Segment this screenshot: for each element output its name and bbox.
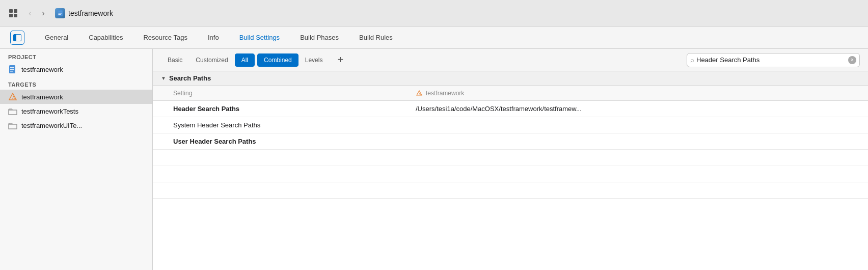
setting-header-search-paths: Header Search Paths (161, 105, 416, 113)
section-label: Search Paths (169, 74, 211, 82)
column-headers: Setting A testframework (153, 86, 868, 101)
table-row[interactable]: User Header Search Paths (153, 133, 868, 150)
main-content: PROJECT testframework TARGETS A t (0, 49, 868, 270)
sidebar-item-testframeworktests[interactable]: testframeworkTests (0, 104, 152, 118)
project-icon (55, 8, 65, 18)
table-row[interactable]: Header Search Paths /Users/tesi1a/code/M… (153, 101, 868, 117)
project-section-header: PROJECT (0, 49, 152, 62)
setting-system-header-search-paths: System Header Search Paths (161, 121, 416, 129)
search-input[interactable] (696, 56, 846, 64)
nav-back-button[interactable]: ‹ (24, 8, 36, 19)
content-area: Basic Customized All Combined Levels + ⌕… (153, 49, 868, 270)
value-header-search-paths: /Users/tesi1a/code/MacOSX/testframework/… (416, 105, 860, 113)
svg-rect-1 (59, 12, 62, 12)
col-target-icon: A (416, 90, 423, 97)
tab-general[interactable]: General (35, 26, 78, 49)
empty-row-1 (153, 150, 868, 166)
filter-combined-button[interactable]: Combined (257, 53, 299, 67)
toolbar-divider (256, 55, 256, 65)
search-icon: ⌕ (690, 56, 694, 64)
empty-row-3 (153, 182, 868, 199)
add-setting-button[interactable]: + (333, 53, 347, 67)
filter-customized-button[interactable]: Customized (189, 53, 234, 67)
target-main-label: testframework (21, 93, 63, 101)
tab-build-phases[interactable]: Build Phases (290, 26, 349, 49)
sidebar-toggle-button[interactable] (10, 31, 24, 45)
target-uitests-label: testframeworkUITe... (21, 122, 82, 129)
svg-rect-2 (59, 13, 62, 13)
svg-text:A: A (419, 92, 421, 95)
svg-rect-3 (59, 14, 61, 15)
project-file-icon (8, 65, 17, 74)
sidebar-toggle-icon (13, 34, 21, 41)
tab-build-settings[interactable]: Build Settings (229, 26, 290, 49)
svg-rect-5 (10, 67, 14, 68)
empty-row-2 (153, 166, 868, 182)
settings-table: ▼ Search Paths Setting A testframework (153, 71, 868, 270)
section-search-paths: ▼ Search Paths (153, 71, 868, 86)
table-row[interactable]: System Header Search Paths (153, 117, 868, 133)
nav-forward-button[interactable]: › (38, 8, 49, 19)
project-name-label: testframework (68, 9, 113, 17)
tab-info[interactable]: Info (198, 26, 229, 49)
col-setting-header: Setting (161, 90, 416, 97)
sidebar-item-testframeworkuitests[interactable]: testframeworkUITe... (0, 118, 152, 132)
svg-text:A: A (12, 96, 15, 99)
titlebar: ‹ › testframework (0, 0, 868, 26)
tab-capabilities[interactable]: Capabilities (78, 26, 133, 49)
filter-levels-button[interactable]: Levels (299, 53, 330, 67)
filter-basic-button[interactable]: Basic (161, 53, 189, 67)
nav-controls: ‹ › (24, 8, 49, 19)
svg-rect-6 (10, 69, 14, 70)
grid-icon[interactable] (8, 8, 18, 18)
target-tests-icon (8, 106, 17, 116)
setting-user-header-search-paths: User Header Search Paths (161, 138, 416, 145)
targets-section-header: TARGETS (0, 76, 152, 90)
svg-rect-7 (10, 71, 13, 72)
search-container: ⌕ × (687, 53, 860, 67)
tab-build-rules[interactable]: Build Rules (349, 26, 403, 49)
settings-toolbar: Basic Customized All Combined Levels + ⌕… (153, 49, 868, 71)
project-title: testframework (55, 8, 113, 18)
target-tests-label: testframeworkTests (21, 107, 78, 115)
tabbar: General Capabilities Resource Tags Info … (0, 26, 868, 49)
section-toggle-icon[interactable]: ▼ (161, 75, 166, 81)
sidebar-item-project[interactable]: testframework (0, 62, 152, 76)
filter-all-button[interactable]: All (235, 53, 255, 67)
col-target-label: testframework (426, 90, 464, 97)
sidebar: PROJECT testframework TARGETS A t (0, 49, 153, 270)
sidebar-item-testframework[interactable]: A testframework (0, 90, 152, 104)
col-target-header: A testframework (416, 90, 860, 97)
project-sidebar-label: testframework (21, 66, 63, 73)
target-app-icon: A (8, 92, 17, 101)
target-uitests-icon (8, 121, 17, 130)
search-clear-button[interactable]: × (848, 56, 856, 64)
tab-resource-tags[interactable]: Resource Tags (133, 26, 197, 49)
